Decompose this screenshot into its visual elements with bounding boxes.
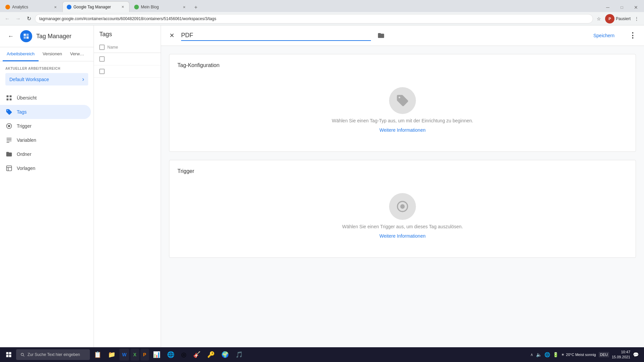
taskbar-excel[interactable]: X xyxy=(130,349,139,361)
sidebar-item-overview-label: Übersicht xyxy=(17,95,37,101)
app-container: ← Tag Manager Arbeitsbereich Versionen V… xyxy=(0,25,644,347)
tag-config-icon[interactable] xyxy=(389,87,416,114)
panel-more-button[interactable]: ⋮ xyxy=(627,29,639,42)
taskbar-word[interactable]: W xyxy=(119,349,129,361)
row-checkbox[interactable] xyxy=(99,56,105,62)
sidebar-item-overview[interactable]: Übersicht xyxy=(0,91,91,105)
svg-rect-0 xyxy=(24,34,26,36)
taskbar-app10[interactable]: 🌍 xyxy=(219,349,231,361)
panel-header: ✕ Speichern ⋮ xyxy=(161,25,644,46)
trigger-link[interactable]: Weitere Informationen xyxy=(379,233,425,239)
tab-workspace[interactable]: Arbeitsbereich xyxy=(3,47,39,61)
window-minimize[interactable]: ─ xyxy=(601,3,614,12)
taskbar-file-explorer[interactable]: 📋 xyxy=(91,349,104,361)
sidebar-item-folders[interactable]: Ordner xyxy=(0,147,91,161)
extensions-button[interactable]: ⋮ xyxy=(632,14,641,23)
gtm-tab-title: Google Tag Manager xyxy=(73,5,118,9)
overview-icon xyxy=(5,94,13,102)
taskbar-spotify[interactable]: 🎵 xyxy=(233,349,246,361)
sidebar-item-templates[interactable]: Vorlagen xyxy=(0,161,91,175)
gtm-tab-favicon xyxy=(67,5,71,9)
analytics-tab-favicon xyxy=(5,5,10,9)
start-button[interactable] xyxy=(3,349,15,361)
taskbar-app7[interactable]: ◎ xyxy=(178,349,189,361)
tray-sound[interactable]: 🔈 xyxy=(536,352,542,357)
sidebar-nav-items: Übersicht Tags Trigger Variablen xyxy=(0,88,94,178)
tag-config-empty: Wählen Sie einen Tag-Typ aus, um mit der… xyxy=(177,76,628,143)
table-row[interactable] xyxy=(94,53,161,65)
reload-button[interactable]: ↻ xyxy=(24,14,34,23)
svg-rect-19 xyxy=(6,352,9,355)
notifications-button[interactable]: 💬 xyxy=(633,352,639,357)
panel-name-input[interactable] xyxy=(181,31,371,41)
address-url: tagmanager.google.com/#container/account… xyxy=(39,16,216,21)
nav-bar: ← → ↻ tagmanager.google.com/#container/a… xyxy=(0,12,644,25)
gtm-tab-close[interactable]: ✕ xyxy=(120,5,125,9)
forward-button[interactable]: → xyxy=(13,14,23,23)
taskbar-search[interactable]: Zur Suche Text hier eingeben xyxy=(16,349,90,360)
blog-tab-close[interactable]: ✕ xyxy=(182,5,186,9)
trigger-icon-circle[interactable] xyxy=(389,193,416,220)
sidebar-item-templates-label: Vorlagen xyxy=(17,166,35,171)
tab-analytics[interactable]: Analytics ✕ xyxy=(1,2,62,12)
blog-tab-favicon xyxy=(134,5,139,9)
back-button[interactable]: ← xyxy=(3,14,12,23)
weather-info: ☀ 20°C Meist sonnig xyxy=(561,353,596,357)
trigger-empty-text: Wählen Sie einen Trigger aus, um dieses … xyxy=(342,224,463,229)
tag-config-link[interactable]: Weitere Informationen xyxy=(379,127,425,133)
tab-blog[interactable]: Mein Blog ✕ xyxy=(130,2,191,12)
svg-rect-7 xyxy=(10,99,12,101)
window-maximize[interactable]: □ xyxy=(615,3,629,12)
panel-save-button[interactable]: Speichern xyxy=(585,30,623,41)
svg-rect-22 xyxy=(9,355,11,357)
sidebar-item-tags[interactable]: Tags xyxy=(0,105,91,119)
svg-rect-10 xyxy=(7,138,12,138)
header-checkbox[interactable] xyxy=(99,45,105,50)
svg-rect-5 xyxy=(10,96,12,98)
tray-network[interactable]: 🌐 xyxy=(544,352,550,357)
tray-caret[interactable]: ∧ xyxy=(530,352,533,357)
language-indicator[interactable]: DEU xyxy=(599,352,609,357)
sidebar-item-tags-label: Tags xyxy=(17,109,27,115)
variables-icon xyxy=(5,136,13,144)
profile-avatar[interactable]: P xyxy=(605,14,614,23)
taskbar-folder[interactable]: 📁 xyxy=(105,349,118,361)
taskbar-chrome[interactable]: 🌐 xyxy=(164,349,177,361)
tab-gtm[interactable]: Google Tag Manager ✕ xyxy=(62,1,129,12)
svg-point-9 xyxy=(8,125,10,127)
panel-folder-button[interactable] xyxy=(375,29,387,42)
analytics-tab-title: Analytics xyxy=(12,5,51,9)
templates-icon xyxy=(5,165,13,172)
svg-rect-3 xyxy=(26,37,29,39)
analytics-tab-close[interactable]: ✕ xyxy=(53,5,58,9)
gtm-logo xyxy=(20,30,32,42)
taskbar-app9[interactable]: 🔑 xyxy=(205,349,217,361)
taskbar-app5[interactable]: 📊 xyxy=(150,349,163,361)
right-panel: ✕ Speichern ⋮ Tag-Konfiguration xyxy=(161,25,644,347)
new-tab-button[interactable]: + xyxy=(191,3,201,12)
window-close[interactable]: ✕ xyxy=(629,3,643,12)
workspace-item[interactable]: Default Workspace › xyxy=(5,73,88,85)
tab-versions[interactable]: Versionen xyxy=(39,47,66,61)
sidebar-item-folders-label: Ordner xyxy=(17,152,32,157)
svg-rect-4 xyxy=(7,96,9,98)
sidebar-item-trigger[interactable]: Trigger xyxy=(0,119,91,133)
table-row[interactable] xyxy=(94,65,161,78)
tab-admin[interactable]: Verw… xyxy=(66,47,88,61)
clock-time: 10:47 xyxy=(612,350,630,355)
address-bar[interactable]: tagmanager.google.com/#container/account… xyxy=(35,14,593,23)
sidebar-back-button[interactable]: ← xyxy=(5,31,16,42)
workspace-section: AKTUELLER ARBEITSBEREICH Default Workspa… xyxy=(0,61,94,88)
taskbar-powerpoint[interactable]: P xyxy=(141,349,149,361)
row-checkbox[interactable] xyxy=(99,69,105,74)
clock[interactable]: 10:47 15.09.2021 xyxy=(612,350,630,360)
bookmark-button[interactable]: ☆ xyxy=(594,14,604,23)
taskbar-app8[interactable]: 🎸 xyxy=(191,349,203,361)
panel-close-button[interactable]: ✕ xyxy=(166,30,177,41)
profile-label[interactable]: Pausiert xyxy=(616,16,631,21)
tray-battery[interactable]: 🔋 xyxy=(553,352,558,357)
workspace-name: Default Workspace xyxy=(9,77,49,82)
sidebar-item-variables[interactable]: Variablen xyxy=(0,133,91,147)
trigger-empty: Wählen Sie einen Trigger aus, um dieses … xyxy=(177,182,628,249)
tab-bar: Analytics ✕ Google Tag Manager ✕ Mein Bl… xyxy=(0,0,644,12)
